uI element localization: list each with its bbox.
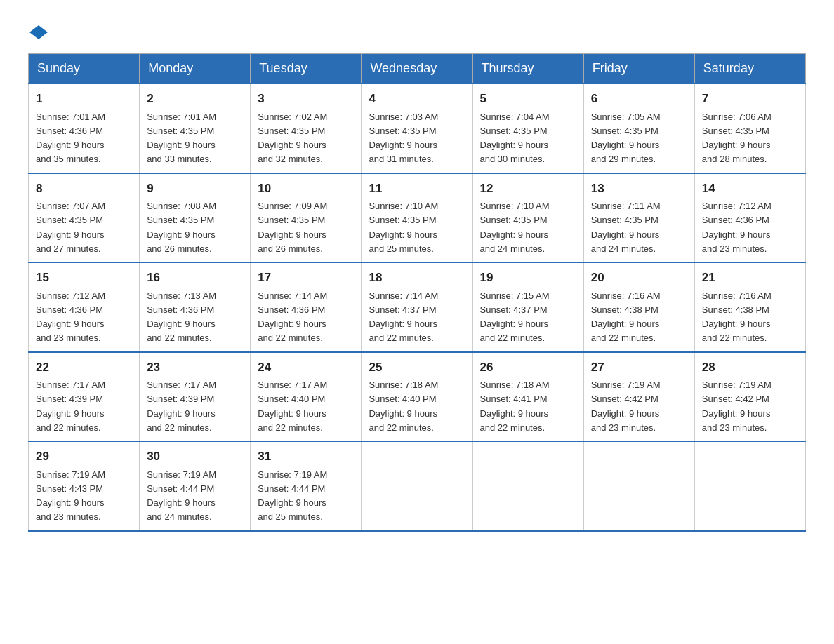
day-number: 3: [258, 90, 354, 108]
calendar-cell: [472, 441, 583, 531]
day-number: 17: [258, 269, 354, 287]
day-number: 4: [369, 90, 465, 108]
calendar-cell: 23 Sunrise: 7:17 AMSunset: 4:39 PMDaylig…: [140, 352, 251, 442]
day-info: Sunrise: 7:19 AMSunset: 4:43 PMDaylight:…: [36, 469, 105, 523]
header: [28, 21, 806, 39]
day-info: Sunrise: 7:07 AMSunset: 4:35 PMDaylight:…: [36, 201, 105, 254]
calendar-cell: 16 Sunrise: 7:13 AMSunset: 4:36 PMDaylig…: [140, 262, 251, 352]
calendar-cell: 30 Sunrise: 7:19 AMSunset: 4:44 PMDaylig…: [140, 441, 251, 531]
day-info: Sunrise: 7:12 AMSunset: 4:36 PMDaylight:…: [702, 201, 772, 254]
header-wednesday: Wednesday: [362, 54, 472, 84]
day-info: Sunrise: 7:19 AMSunset: 4:42 PMDaylight:…: [591, 380, 661, 433]
day-info: Sunrise: 7:17 AMSunset: 4:39 PMDaylight:…: [36, 380, 105, 433]
day-number: 23: [147, 358, 243, 377]
day-number: 6: [591, 90, 687, 108]
day-info: Sunrise: 7:06 AMSunset: 4:35 PMDaylight:…: [702, 112, 772, 165]
calendar-cell: 4 Sunrise: 7:03 AMSunset: 4:35 PMDayligh…: [362, 83, 472, 173]
day-number: 29: [36, 448, 132, 466]
day-number: 14: [702, 180, 798, 198]
calendar-header-row: SundayMondayTuesdayWednesdayThursdayFrid…: [29, 54, 806, 84]
logo: [28, 21, 49, 39]
day-info: Sunrise: 7:14 AMSunset: 4:37 PMDaylight:…: [369, 290, 438, 344]
calendar-table: SundayMondayTuesdayWednesdayThursdayFrid…: [28, 53, 806, 532]
day-number: 27: [591, 358, 687, 377]
day-number: 25: [369, 358, 465, 377]
calendar-cell: 24 Sunrise: 7:17 AMSunset: 4:40 PMDaylig…: [251, 352, 362, 442]
day-number: 9: [147, 180, 243, 198]
day-info: Sunrise: 7:16 AMSunset: 4:38 PMDaylight:…: [591, 290, 661, 344]
calendar-cell: 9 Sunrise: 7:08 AMSunset: 4:35 PMDayligh…: [140, 173, 251, 263]
calendar-cell: 29 Sunrise: 7:19 AMSunset: 4:43 PMDaylig…: [29, 441, 140, 531]
day-number: 18: [369, 269, 465, 287]
calendar-week-row: 22 Sunrise: 7:17 AMSunset: 4:39 PMDaylig…: [29, 352, 806, 442]
day-number: 2: [147, 90, 243, 108]
day-info: Sunrise: 7:01 AMSunset: 4:35 PMDaylight:…: [147, 112, 216, 165]
header-sunday: Sunday: [29, 54, 140, 84]
header-tuesday: Tuesday: [251, 54, 362, 84]
day-info: Sunrise: 7:05 AMSunset: 4:35 PMDaylight:…: [591, 112, 661, 165]
day-info: Sunrise: 7:14 AMSunset: 4:36 PMDaylight:…: [258, 290, 327, 344]
day-info: Sunrise: 7:03 AMSunset: 4:35 PMDaylight:…: [369, 112, 438, 165]
day-number: 24: [258, 358, 354, 377]
calendar-cell: 20 Sunrise: 7:16 AMSunset: 4:38 PMDaylig…: [583, 262, 694, 352]
day-info: Sunrise: 7:18 AMSunset: 4:40 PMDaylight:…: [369, 380, 438, 433]
day-number: 5: [480, 90, 576, 108]
calendar-cell: 7 Sunrise: 7:06 AMSunset: 4:35 PMDayligh…: [694, 83, 805, 173]
day-info: Sunrise: 7:16 AMSunset: 4:38 PMDaylight:…: [702, 290, 772, 344]
day-number: 1: [36, 90, 132, 108]
day-number: 7: [702, 90, 798, 108]
calendar-week-row: 8 Sunrise: 7:07 AMSunset: 4:35 PMDayligh…: [29, 173, 806, 263]
day-number: 31: [258, 448, 354, 466]
day-number: 11: [369, 180, 465, 198]
day-info: Sunrise: 7:19 AMSunset: 4:44 PMDaylight:…: [147, 469, 216, 523]
calendar-cell: 18 Sunrise: 7:14 AMSunset: 4:37 PMDaylig…: [362, 262, 472, 352]
header-thursday: Thursday: [472, 54, 583, 84]
day-number: 15: [36, 269, 132, 287]
header-saturday: Saturday: [694, 54, 805, 84]
calendar-cell: [362, 441, 472, 531]
calendar-cell: 1 Sunrise: 7:01 AMSunset: 4:36 PMDayligh…: [29, 83, 140, 173]
calendar-cell: 11 Sunrise: 7:10 AMSunset: 4:35 PMDaylig…: [362, 173, 472, 263]
calendar-cell: 22 Sunrise: 7:17 AMSunset: 4:39 PMDaylig…: [29, 352, 140, 442]
day-info: Sunrise: 7:15 AMSunset: 4:37 PMDaylight:…: [480, 290, 550, 344]
day-number: 19: [480, 269, 576, 287]
day-info: Sunrise: 7:11 AMSunset: 4:35 PMDaylight:…: [591, 201, 661, 254]
calendar-cell: 15 Sunrise: 7:12 AMSunset: 4:36 PMDaylig…: [29, 262, 140, 352]
day-number: 30: [147, 448, 243, 466]
day-number: 28: [702, 358, 798, 377]
day-info: Sunrise: 7:17 AMSunset: 4:40 PMDaylight:…: [258, 380, 327, 433]
calendar-cell: 19 Sunrise: 7:15 AMSunset: 4:37 PMDaylig…: [472, 262, 583, 352]
calendar-cell: 8 Sunrise: 7:07 AMSunset: 4:35 PMDayligh…: [29, 173, 140, 263]
day-info: Sunrise: 7:10 AMSunset: 4:35 PMDaylight:…: [369, 201, 438, 254]
calendar-week-row: 1 Sunrise: 7:01 AMSunset: 4:36 PMDayligh…: [29, 83, 806, 173]
calendar-week-row: 15 Sunrise: 7:12 AMSunset: 4:36 PMDaylig…: [29, 262, 806, 352]
header-monday: Monday: [140, 54, 251, 84]
day-number: 8: [36, 180, 132, 198]
day-info: Sunrise: 7:01 AMSunset: 4:36 PMDaylight:…: [36, 112, 105, 165]
day-info: Sunrise: 7:19 AMSunset: 4:42 PMDaylight:…: [702, 380, 772, 433]
day-info: Sunrise: 7:19 AMSunset: 4:44 PMDaylight:…: [258, 469, 327, 523]
day-info: Sunrise: 7:09 AMSunset: 4:35 PMDaylight:…: [258, 201, 327, 254]
day-number: 16: [147, 269, 243, 287]
day-number: 21: [702, 269, 798, 287]
day-info: Sunrise: 7:12 AMSunset: 4:36 PMDaylight:…: [36, 290, 105, 344]
calendar-cell: 17 Sunrise: 7:14 AMSunset: 4:36 PMDaylig…: [251, 262, 362, 352]
header-friday: Friday: [583, 54, 694, 84]
calendar-cell: 25 Sunrise: 7:18 AMSunset: 4:40 PMDaylig…: [362, 352, 472, 442]
day-info: Sunrise: 7:17 AMSunset: 4:39 PMDaylight:…: [147, 380, 216, 433]
calendar-cell: 31 Sunrise: 7:19 AMSunset: 4:44 PMDaylig…: [251, 441, 362, 531]
calendar-cell: [583, 441, 694, 531]
calendar-cell: 6 Sunrise: 7:05 AMSunset: 4:35 PMDayligh…: [583, 83, 694, 173]
calendar-cell: 13 Sunrise: 7:11 AMSunset: 4:35 PMDaylig…: [583, 173, 694, 263]
calendar-cell: 14 Sunrise: 7:12 AMSunset: 4:36 PMDaylig…: [694, 173, 805, 263]
day-number: 26: [480, 358, 576, 377]
day-info: Sunrise: 7:13 AMSunset: 4:36 PMDaylight:…: [147, 290, 216, 344]
calendar-cell: 26 Sunrise: 7:18 AMSunset: 4:41 PMDaylig…: [472, 352, 583, 442]
calendar-cell: 27 Sunrise: 7:19 AMSunset: 4:42 PMDaylig…: [583, 352, 694, 442]
calendar-cell: 28 Sunrise: 7:19 AMSunset: 4:42 PMDaylig…: [694, 352, 805, 442]
day-info: Sunrise: 7:08 AMSunset: 4:35 PMDaylight:…: [147, 201, 216, 254]
day-number: 10: [258, 180, 354, 198]
day-number: 13: [591, 180, 687, 198]
calendar-week-row: 29 Sunrise: 7:19 AMSunset: 4:43 PMDaylig…: [29, 441, 806, 531]
day-info: Sunrise: 7:04 AMSunset: 4:35 PMDaylight:…: [480, 112, 550, 165]
